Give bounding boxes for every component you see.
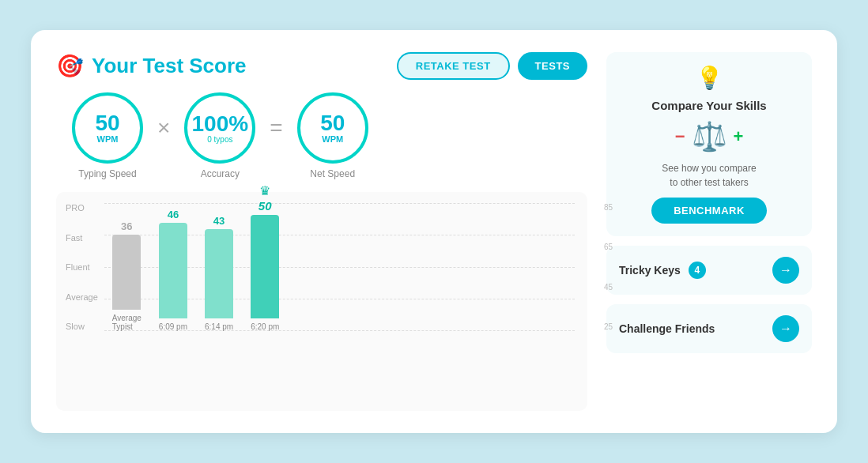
typing-speed-label: Typing Speed [78,168,136,179]
bar-2 [159,223,187,318]
bar-value-4: 50 [259,199,272,213]
challenge-friends-card[interactable]: Challenge Friends → [606,304,812,353]
left-panel: 🎯 Your Test Score RETAKE TEST TESTS 50 W… [56,52,587,411]
chart-nums: 85 65 45 25 [604,203,613,331]
compare-description: See how you compareto other test takers [662,161,756,190]
chart-label-fast: Fast [66,233,98,243]
tests-button[interactable]: TESTS [518,52,587,80]
bar-609: 46 6:09 pm [159,209,187,331]
compare-title: Compare Your Skills [651,99,766,112]
accuracy-item: 100% 0 typos Accuracy [184,92,255,179]
bar-1 [112,235,141,310]
gridline-1 [104,203,575,204]
challenge-friends-title: Challenge Friends [619,322,715,335]
header-buttons: RETAKE TEST TESTS [397,52,587,80]
chart-num-25: 25 [604,322,613,331]
right-panel: 💡 Compare Your Skills − ⚖️ + See how you… [606,52,812,411]
bar-time-2: 6:09 pm [159,322,187,331]
retake-test-button[interactable]: RETAKE TEST [397,52,510,80]
chart-area: PRO Fast Fluent Average Slow [56,192,587,411]
minus-icon: − [675,126,685,147]
bar-time-4: 6:20 pm [251,322,279,331]
main-card: 🎯 Your Test Score RETAKE TEST TESTS 50 W… [31,30,837,433]
tricky-keys-arrow[interactable]: → [772,257,799,284]
bar-620: ♛ 50 6:20 pm [251,183,279,331]
header: 🎯 Your Test Score RETAKE TEST TESTS [56,52,587,80]
net-speed-value: 50 [320,112,345,134]
chart-num-65: 65 [604,243,613,251]
scale-icon: ⚖️ [692,120,727,153]
score-row: 50 WPM Typing Speed × 100% 0 typos Accur… [56,92,587,179]
chart-label-average: Average [66,292,98,302]
compare-card: 💡 Compare Your Skills − ⚖️ + See how you… [606,52,812,236]
chart-label-slow: Slow [66,322,98,331]
crown-icon: ♛ [259,183,270,198]
bar-value-3: 43 [213,215,225,227]
bar-value-2: 46 [168,209,179,220]
tricky-keys-left: Tricky Keys 4 [619,262,706,279]
tricky-keys-badge: 4 [689,262,706,279]
bar-time-3: 6:14 pm [205,322,233,331]
chart-num-85: 85 [604,203,613,212]
bar-time-1: AverageTypist [112,314,142,331]
accuracy-circle: 100% 0 typos [184,92,255,164]
compare-scale: − ⚖️ + [675,120,744,153]
chart-body: 36 AverageTypist 46 6:09 pm 43 6: [104,203,575,353]
challenge-friends-arrow[interactable]: → [772,315,799,342]
tricky-keys-title: Tricky Keys [619,264,681,277]
bar-3 [205,229,233,318]
chart-container: PRO Fast Fluent Average Slow [66,203,575,353]
page-title: Your Test Score [92,54,247,78]
net-speed-circle: 50 WPM [297,92,368,164]
net-speed-label: Net Speed [310,168,355,179]
equals-operator: = [270,115,282,141]
bar-value-1: 36 [121,220,132,232]
accuracy-label: Accuracy [201,168,240,179]
typing-speed-unit: WPM [97,134,119,144]
challenge-friends-left: Challenge Friends [619,322,715,335]
bulb-icon: 💡 [696,65,723,91]
benchmark-button[interactable]: BENCHMARK [651,198,767,224]
multiply-operator: × [157,115,170,141]
chart-label-fluent: Fluent [66,262,98,272]
typing-speed-value: 50 [95,112,119,134]
tricky-keys-card[interactable]: Tricky Keys 4 → [606,246,812,295]
typing-speed-item: 50 WPM Typing Speed [72,92,143,179]
typing-speed-circle: 50 WPM [72,92,143,164]
net-speed-item: 50 WPM Net Speed [297,92,368,179]
header-title-area: 🎯 Your Test Score [56,53,247,79]
net-speed-unit: WPM [322,134,343,144]
plus-icon: + [734,126,744,147]
chart-num-45: 45 [604,283,613,292]
chart-side-labels: PRO Fast Fluent Average Slow [66,203,104,353]
bar-614: 43 6:14 pm [205,215,233,331]
bar-4 [251,215,279,318]
chart-label-pro: PRO [66,203,98,213]
accuracy-value: 100% [192,113,249,135]
bar-average-typist: 36 AverageTypist [112,220,142,331]
accuracy-sub: 0 typos [207,135,232,144]
speedometer-icon: 🎯 [56,53,84,79]
